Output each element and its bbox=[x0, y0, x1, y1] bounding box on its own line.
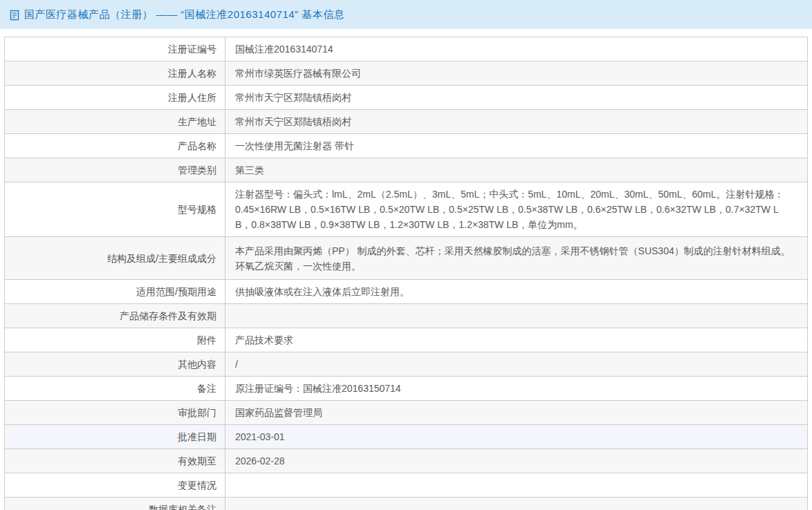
table-row[interactable]: 数据库相关备注 bbox=[5, 498, 808, 510]
row-value: 一次性使用无菌注射器 带针 bbox=[225, 134, 808, 158]
page: 国产医疗器械产品（注册） —— “国械注准20163140714” 基本信息 注… bbox=[0, 0, 812, 510]
row-label: 型号规格 bbox=[5, 182, 225, 237]
table-row[interactable]: 注册人名称常州市绿英医疗器械有限公司 bbox=[5, 62, 808, 86]
table-row[interactable]: 注册人住所常州市天宁区郑陆镇梧岗村 bbox=[5, 86, 808, 110]
row-label: 产品储存条件及有效期 bbox=[5, 304, 225, 328]
page-header: 国产医疗器械产品（注册） —— “国械注准20163140714” 基本信息 bbox=[0, 0, 812, 29]
row-value: 常州市天宁区郑陆镇梧岗村 bbox=[225, 110, 808, 134]
table-row[interactable]: 生产地址常州市天宁区郑陆镇梧岗村 bbox=[5, 110, 808, 134]
row-value: 常州市天宁区郑陆镇梧岗村 bbox=[225, 86, 808, 110]
table-row[interactable]: 审批部门国家药品监督管理局 bbox=[5, 401, 808, 425]
table-row[interactable]: 批准日期2021-03-01 bbox=[5, 425, 808, 449]
row-value: / bbox=[225, 352, 808, 377]
row-value: 本产品采用由聚丙烯（PP） 制成的外套、芯杆；采用天然橡胶制成的活塞，采用不锈钢… bbox=[225, 237, 808, 280]
row-label: 审批部门 bbox=[5, 401, 225, 425]
row-value: 第三类 bbox=[225, 158, 808, 182]
row-value: 原注册证编号：国械注准20163150714 bbox=[225, 377, 808, 401]
row-value: 国家药品监督管理局 bbox=[225, 401, 808, 425]
row-label: 结构及组成/主要组成成分 bbox=[5, 237, 225, 280]
table-row[interactable]: 结构及组成/主要组成成分本产品采用由聚丙烯（PP） 制成的外套、芯杆；采用天然橡… bbox=[5, 237, 808, 280]
row-value bbox=[225, 498, 808, 510]
row-label: 附件 bbox=[5, 328, 225, 352]
table-row[interactable]: 管理类别第三类 bbox=[5, 158, 808, 182]
table-row[interactable]: 备注原注册证编号：国械注准20163150714 bbox=[5, 377, 808, 401]
page-title: 国产医疗器械产品（注册） —— “国械注准20163140714” 基本信息 bbox=[24, 8, 344, 21]
row-label: 其他内容 bbox=[5, 352, 225, 377]
table-row[interactable]: 注册证编号国械注准20163140714 bbox=[5, 37, 808, 62]
row-value bbox=[225, 304, 808, 328]
row-label: 有效期至 bbox=[5, 449, 225, 473]
table-row[interactable]: 产品储存条件及有效期 bbox=[5, 304, 808, 328]
registration-info-table: 注册证编号国械注准20163140714注册人名称常州市绿英医疗器械有限公司注册… bbox=[4, 37, 808, 510]
row-label: 注册证编号 bbox=[5, 37, 225, 62]
row-value: 常州市绿英医疗器械有限公司 bbox=[225, 62, 808, 86]
row-label: 批准日期 bbox=[5, 425, 225, 449]
row-label: 备注 bbox=[5, 377, 225, 401]
table-row[interactable]: 型号规格注射器型号：偏头式：lmL、2mL（2.5mL）、3mL、5mL；中头式… bbox=[5, 182, 808, 237]
table-row[interactable]: 其他内容/ bbox=[5, 352, 808, 377]
document-icon bbox=[10, 10, 19, 21]
registration-table-body: 注册证编号国械注准20163140714注册人名称常州市绿英医疗器械有限公司注册… bbox=[5, 37, 808, 510]
row-value: 2021-03-01 bbox=[225, 425, 808, 449]
row-label: 产品名称 bbox=[5, 134, 225, 158]
row-label: 生产地址 bbox=[5, 110, 225, 134]
table-row[interactable]: 适用范围/预期用途供抽吸液体或在注入液体后立即注射用。 bbox=[5, 280, 808, 304]
row-value: 产品技术要求 bbox=[225, 328, 808, 352]
row-label: 适用范围/预期用途 bbox=[5, 280, 225, 304]
row-value: 国械注准20163140714 bbox=[225, 37, 808, 62]
row-label: 管理类别 bbox=[5, 158, 225, 182]
row-value: 注射器型号：偏头式：lmL、2mL（2.5mL）、3mL、5mL；中头式：5mL… bbox=[225, 182, 808, 237]
table-row[interactable]: 变更情况 bbox=[5, 473, 808, 498]
table-row[interactable]: 有效期至2026-02-28 bbox=[5, 449, 808, 473]
row-label: 注册人住所 bbox=[5, 86, 225, 110]
row-label: 数据库相关备注 bbox=[5, 498, 225, 510]
row-value bbox=[225, 473, 808, 498]
row-value: 2026-02-28 bbox=[225, 449, 808, 473]
row-label: 变更情况 bbox=[5, 473, 225, 498]
row-label: 注册人名称 bbox=[5, 62, 225, 86]
row-value: 供抽吸液体或在注入液体后立即注射用。 bbox=[225, 280, 808, 304]
table-row[interactable]: 产品名称一次性使用无菌注射器 带针 bbox=[5, 134, 808, 158]
table-row[interactable]: 附件产品技术要求 bbox=[5, 328, 808, 352]
